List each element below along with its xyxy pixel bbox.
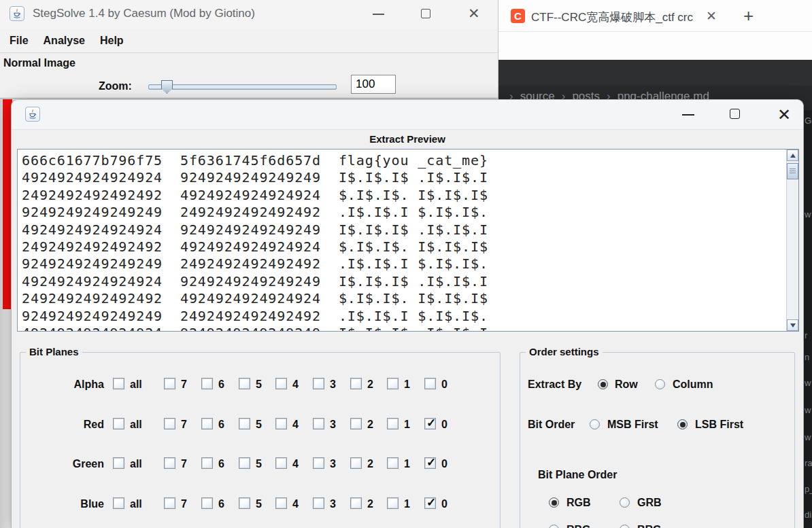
menu-help[interactable]: Help — [100, 35, 124, 47]
bitplane-col-label: 6 — [218, 378, 224, 391]
checkmark-icon: ✓ — [426, 416, 436, 430]
bitplane-checkbox-blue-2[interactable] — [350, 497, 362, 509]
bitplane-checkbox-alpha-1[interactable] — [387, 378, 399, 389]
radio-grb[interactable] — [620, 497, 630, 508]
scrollbar-track[interactable] — [787, 161, 798, 319]
bitplane-checkbox-green-7[interactable] — [164, 457, 175, 469]
scroll-down-button[interactable] — [787, 319, 798, 331]
bitplane-checkbox-blue-0[interactable]: ✓ — [424, 497, 436, 509]
scrollbar-thumb[interactable] — [787, 163, 798, 179]
bitplane-col-label: 5 — [256, 497, 262, 511]
bitplane-col-label: 4 — [292, 457, 299, 471]
bitplane-col-label: 6 — [218, 497, 224, 511]
bitplane-col-label: 0 — [441, 378, 447, 391]
bitplane-checkbox-red-3[interactable] — [313, 418, 324, 429]
editor-topbar — [498, 60, 812, 86]
radio-msb-first[interactable] — [590, 419, 600, 429]
scroll-up-button[interactable] — [787, 149, 798, 161]
radio-lsb-first[interactable] — [677, 419, 688, 429]
bitplane-col-label: 7 — [181, 497, 187, 511]
bitplane-checkbox-red-6[interactable] — [201, 418, 213, 429]
minimize-icon[interactable] — [373, 14, 384, 15]
bit-order-label: Bit Order — [528, 418, 575, 432]
bitplane-checkbox-alpha-2[interactable] — [350, 378, 362, 389]
dialog-close-icon[interactable]: ✕ — [777, 105, 791, 124]
bitplane-checkbox-blue-all[interactable] — [113, 497, 124, 509]
bitplane-checkbox-green-1[interactable] — [387, 457, 399, 469]
zoom-slider-track[interactable] — [148, 84, 337, 90]
bitplane-checkbox-blue-5[interactable] — [239, 497, 250, 509]
radio-label-lsb-first: LSB First — [695, 418, 743, 432]
radio-extract-by-row[interactable] — [598, 379, 608, 389]
bitplane-col-label: 3 — [330, 418, 336, 432]
bitplane-checkbox-blue-1[interactable] — [387, 497, 399, 509]
preview-line: 2492492492492492 4924924924924924 $.I$.I… — [22, 187, 786, 204]
bitplane-checkbox-alpha-7[interactable] — [164, 378, 175, 389]
bitplane-col-label: 0 — [441, 497, 447, 511]
bitplane-col-label: 2 — [367, 378, 373, 391]
bitplane-checkbox-red-2[interactable] — [350, 418, 362, 429]
menu-file[interactable]: File — [10, 35, 29, 47]
close-icon[interactable]: ✕ — [468, 5, 480, 22]
checkmark-icon: ✓ — [426, 495, 436, 510]
dialog-titlebar: ✕ — [12, 100, 803, 130]
bitplane-col-label: 4 — [292, 418, 299, 432]
bitplane-checkbox-red-0[interactable]: ✓ — [424, 418, 436, 429]
bitplane-col-label: 2 — [367, 418, 373, 432]
zoom-value-field[interactable] — [351, 75, 396, 94]
edge-text-fragment: ra — [805, 458, 812, 468]
edge-text-fragment: w — [805, 432, 811, 442]
vertical-scrollbar[interactable] — [786, 149, 798, 331]
java-dialog-icon — [25, 107, 40, 122]
new-tab-icon[interactable]: + — [743, 5, 754, 27]
order-settings-legend: Order settings — [526, 346, 603, 357]
tab-close-icon[interactable]: ✕ — [706, 8, 717, 24]
bitplane-checkbox-alpha-0[interactable] — [424, 378, 436, 389]
bitplane-checkbox-red-5[interactable] — [239, 418, 250, 429]
bitplane-checkbox-red-1[interactable] — [387, 418, 399, 429]
maximize-icon[interactable] — [421, 9, 430, 18]
radio-label-grb: GRB — [637, 496, 662, 510]
extract-by-label: Extract By — [528, 378, 581, 391]
menu-analyse[interactable]: Analyse — [44, 35, 85, 47]
bitplane-checkbox-blue-4[interactable] — [275, 497, 287, 509]
bitplane-checkbox-green-all[interactable] — [113, 457, 124, 469]
stegsolve-main-window: StegSolve 1.4 by Caesum (Mod by Giotino)… — [0, 0, 498, 99]
bitplane-checkbox-red-7[interactable] — [164, 418, 175, 429]
preview-line: 4924924924924924 9249249249249249 I$.I$.… — [22, 325, 786, 331]
bitplane-checkbox-red-all[interactable] — [113, 418, 124, 429]
preview-line: 4924924924924924 9249249249249249 I$.I$.… — [22, 222, 786, 239]
bitplane-checkbox-alpha-all[interactable] — [113, 378, 124, 389]
bitplane-col-label: all — [130, 497, 142, 511]
preview-text[interactable]: 666c61677b796f75 5f6361745f6d657d flag{y… — [18, 149, 786, 331]
bitplane-checkbox-alpha-4[interactable] — [275, 378, 287, 389]
browser-tab[interactable]: C CTF--CRC宽高爆破脚本_ctf crc ✕ + — [498, 0, 812, 32]
bitplane-checkbox-alpha-6[interactable] — [201, 378, 213, 389]
bitplane-checkbox-blue-7[interactable] — [164, 497, 175, 509]
bitplane-col-label: 7 — [181, 457, 187, 471]
bitplane-col-label: 1 — [404, 378, 410, 391]
bitplane-checkbox-green-2[interactable] — [350, 457, 362, 469]
bitplane-checkbox-green-4[interactable] — [275, 457, 287, 469]
bitplane-checkbox-green-0[interactable]: ✓ — [424, 457, 436, 469]
bitplane-checkbox-blue-6[interactable] — [201, 497, 213, 509]
bitplane-checkbox-blue-3[interactable] — [313, 497, 324, 509]
edge-text-fragment: p_ — [805, 484, 812, 494]
dialog-title: Extract Preview — [12, 133, 803, 145]
zoom-slider[interactable] — [148, 82, 337, 92]
bitplane-checkbox-green-5[interactable] — [239, 457, 250, 469]
bitplane-checkbox-red-4[interactable] — [275, 418, 287, 429]
radio-extract-by-column[interactable] — [655, 379, 665, 389]
bitplane-checkbox-green-6[interactable] — [201, 457, 213, 469]
radio-label-rbg: RBG — [566, 523, 591, 528]
radio-rgb[interactable] — [549, 497, 559, 508]
radio-label-rgb: RGB — [566, 496, 591, 510]
bitplane-checkbox-green-3[interactable] — [313, 457, 324, 469]
bitplane-checkbox-alpha-5[interactable] — [239, 378, 250, 389]
dialog-minimize-icon[interactable] — [682, 114, 694, 116]
browser-tab-title[interactable]: CTF--CRC宽高爆破脚本_ctf crc — [531, 10, 705, 25]
extract-preview-pane: 666c61677b796f75 5f6361745f6d657d flag{y… — [17, 149, 799, 332]
bitplane-checkbox-alpha-3[interactable] — [313, 378, 324, 389]
dialog-maximize-icon[interactable] — [730, 109, 740, 119]
zoom-slider-thumb[interactable] — [161, 80, 173, 94]
